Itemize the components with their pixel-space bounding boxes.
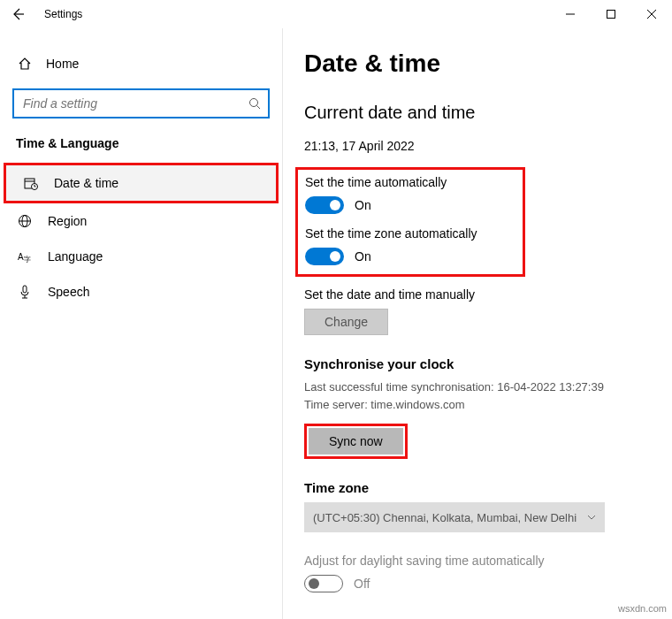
- timezone-value: (UTC+05:30) Chennai, Kolkata, Mumbai, Ne…: [313, 511, 577, 524]
- timezone-dropdown: (UTC+05:30) Chennai, Kolkata, Mumbai, Ne…: [304, 502, 605, 532]
- sidebar: Home Time & Language Date & time Region: [0, 28, 283, 619]
- page-title: Date & time: [304, 50, 651, 78]
- auto-tz-state: On: [355, 249, 371, 264]
- search-icon: [248, 97, 261, 110]
- globe-icon: [18, 214, 32, 228]
- language-icon: A字: [18, 249, 32, 264]
- svg-text:A: A: [18, 252, 24, 262]
- svg-line-5: [257, 106, 261, 110]
- sync-last: Last successful time synchronisation: 16…: [304, 378, 651, 396]
- sync-title: Synchronise your clock: [304, 356, 651, 371]
- auto-time-label: Set the time automatically: [305, 175, 514, 189]
- svg-rect-1: [607, 11, 615, 19]
- back-button[interactable]: [0, 7, 35, 21]
- home-icon: [18, 57, 32, 71]
- timezone-title: Time zone: [304, 480, 651, 495]
- sidebar-item-label: Speech: [48, 285, 89, 299]
- sidebar-item-label: Date & time: [54, 176, 118, 190]
- content-pane: Date & time Current date and time 21:13,…: [283, 28, 672, 619]
- auto-time-toggle[interactable]: [305, 196, 344, 214]
- maximize-button[interactable]: [591, 0, 631, 28]
- window-title: Settings: [44, 8, 82, 20]
- sidebar-item-label: Region: [48, 214, 87, 228]
- titlebar: Settings: [0, 0, 672, 28]
- sidebar-item-date-time[interactable]: Date & time: [4, 163, 279, 203]
- maximize-icon: [607, 10, 615, 19]
- auto-tz-label: Set the time zone automatically: [305, 226, 514, 241]
- auto-tz-toggle[interactable]: [305, 248, 344, 265]
- highlight-auto-settings: Set the time automatically On Set the ti…: [295, 167, 525, 277]
- change-button[interactable]: Change: [304, 309, 388, 335]
- dst-toggle: [304, 575, 343, 592]
- watermark: wsxdn.com: [618, 603, 667, 614]
- sidebar-item-speech[interactable]: Speech: [0, 274, 282, 310]
- dst-state: Off: [354, 577, 370, 591]
- minimize-button[interactable]: [550, 0, 591, 28]
- search-input[interactable]: [12, 88, 270, 118]
- home-label: Home: [46, 57, 79, 71]
- category-header: Time & Language: [0, 136, 282, 163]
- section-subtitle: Current date and time: [304, 103, 651, 123]
- sync-now-button[interactable]: Sync now: [309, 428, 403, 455]
- home-link[interactable]: Home: [0, 50, 282, 78]
- sidebar-item-region[interactable]: Region: [0, 203, 282, 239]
- sync-server: Time server: time.windows.com: [304, 396, 651, 414]
- svg-rect-14: [23, 286, 27, 293]
- close-icon: [647, 10, 656, 19]
- calendar-clock-icon: [24, 176, 38, 190]
- sidebar-item-language[interactable]: A字 Language: [0, 239, 282, 274]
- arrow-left-icon: [11, 7, 25, 21]
- dst-label: Adjust for daylight saving time automati…: [304, 554, 651, 568]
- highlight-sync-button: Sync now: [304, 424, 408, 459]
- close-button[interactable]: [631, 0, 672, 28]
- manual-label: Set the date and time manually: [304, 287, 651, 302]
- search-container: [12, 88, 270, 118]
- microphone-icon: [18, 285, 32, 299]
- auto-time-state: On: [355, 198, 371, 212]
- svg-point-4: [250, 99, 258, 107]
- svg-text:字: 字: [24, 256, 31, 264]
- minimize-icon: [566, 10, 575, 19]
- current-datetime: 21:13, 17 April 2022: [304, 139, 651, 153]
- sidebar-item-label: Language: [48, 249, 103, 264]
- chevron-down-icon: [587, 513, 596, 522]
